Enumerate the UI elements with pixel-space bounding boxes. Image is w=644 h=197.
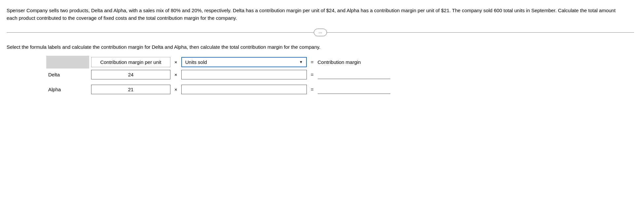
instruction-text: Select the formula labels and calculate … [7,44,627,50]
alpha-units-sold-cell [179,83,309,96]
formula-table: Contribution margin per unit × Units sol… [46,56,392,96]
alpha-label: Alpha [48,87,61,92]
alpha-cm-per-unit-cell [89,83,172,96]
delta-multiply-sign: × [174,72,177,77]
delta-label-cell: Delta [46,69,89,81]
alpha-cm-per-unit-input[interactable] [91,85,170,94]
units-sold-dropdown[interactable]: Units sold ▼ [181,57,307,67]
alpha-row: Alpha × = [46,83,392,96]
alpha-equals-sign: = [311,87,314,92]
delta-equals-sign: = [311,72,314,77]
header-cm-per-unit-cell: Contribution margin per unit [89,56,172,69]
alpha-units-sold-input[interactable] [181,85,307,94]
delta-row: Delta × = [46,69,392,81]
header-cm-per-unit-label: Contribution margin per unit [100,59,161,65]
delta-label: Delta [48,72,60,77]
delta-cm-per-unit-input[interactable] [91,70,170,79]
header-equals-sign: = [311,59,314,65]
expand-button-label: ··· [319,30,322,35]
alpha-label-cell: Alpha [46,83,89,96]
units-sold-dropdown-label: Units sold [185,59,207,65]
delta-op1-cell: × [172,69,179,81]
header-empty-cell [46,56,89,69]
header-units-sold-cell: Units sold ▼ [179,56,309,69]
header-op1-cell: × [172,56,179,69]
alpha-contribution-margin-cell [316,83,392,96]
delta-op2-cell: = [309,69,316,81]
header-contribution-margin-label: Contribution margin [318,59,361,65]
problem-paragraph: Spenser Company sells two products, Delt… [7,8,616,21]
header-op2-cell: = [309,56,316,69]
page-wrapper: Spenser Company sells two products, Delt… [0,0,644,102]
expand-button[interactable]: ··· [314,29,327,36]
delta-contribution-margin-input[interactable] [318,70,390,79]
alpha-contribution-margin-input[interactable] [318,85,390,94]
header-cm-per-unit-box: Contribution margin per unit [91,57,170,67]
delta-cm-per-unit-cell [89,69,172,81]
delta-contribution-margin-cell [316,69,392,81]
problem-text: Spenser Company sells two products, Delt… [7,7,627,22]
header-row: Contribution margin per unit × Units sol… [46,56,392,69]
alpha-op1-cell: × [172,83,179,96]
header-multiply-sign: × [174,59,177,65]
dropdown-arrow-icon: ▼ [299,60,303,64]
spacer-row [46,81,392,83]
instruction-paragraph: Select the formula labels and calculate … [7,44,320,50]
divider-row: ··· [7,29,634,36]
alpha-multiply-sign: × [174,87,177,92]
header-contribution-margin-cell: Contribution margin [316,56,392,69]
delta-units-sold-input[interactable] [181,70,307,79]
alpha-op2-cell: = [309,83,316,96]
delta-units-sold-cell [179,69,309,81]
